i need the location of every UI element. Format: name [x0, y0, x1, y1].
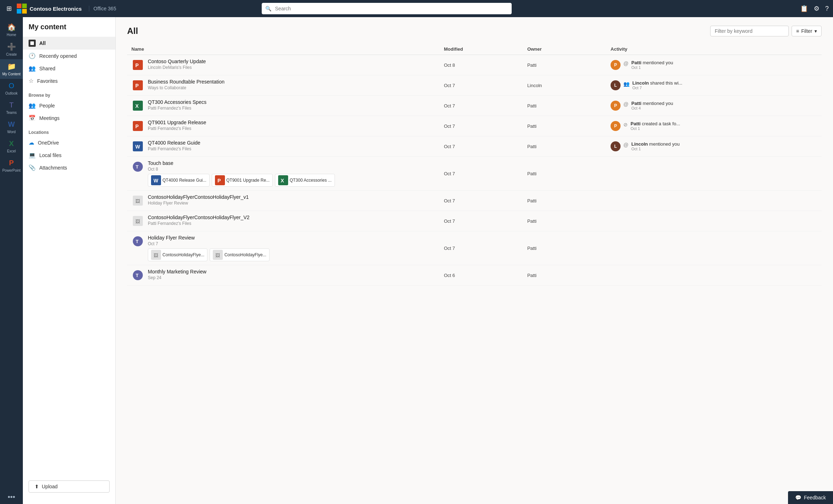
filter-chevron-icon: ▾	[814, 28, 817, 34]
activity-action-icon: ⊘	[623, 122, 628, 127]
table-row[interactable]: X QT300 Accessories Specs Patti Fernande…	[127, 96, 822, 116]
upload-button[interactable]: ⬆ Upload	[29, 480, 110, 493]
activity-date: Oct 1	[631, 65, 673, 70]
activity-description: Patti mentioned you	[631, 60, 673, 65]
svg-text:🖼: 🖼	[135, 219, 140, 224]
content-filters: ≡ Filter ▾	[710, 26, 822, 36]
more-icon[interactable]: •••	[5, 490, 18, 504]
filter-button[interactable]: ≡ Filter ▾	[792, 26, 822, 36]
table-row[interactable]: P Contoso Quarterly Update Lincoln DeMar…	[127, 55, 822, 75]
file-modified-cell: Oct 7	[440, 211, 523, 231]
file-activity-cell: L 👥 Lincoln shared this wi... Oct 7	[606, 75, 822, 96]
svg-text:🖼: 🖼	[215, 253, 220, 258]
excel-icon: X	[9, 140, 14, 148]
sidebar-item-recently-opened[interactable]: 🕐 Recently opened	[23, 50, 115, 62]
svg-text:T: T	[136, 164, 139, 170]
file-name-info: QT300 Accessories Specs Patti Fernandez'…	[148, 99, 206, 111]
content-header: All ≡ Filter ▾	[127, 26, 822, 36]
sidebar-item-people[interactable]: 👥 People	[23, 99, 115, 112]
file-name-info: QT4000 Release Guide Patti Fernandez's F…	[148, 140, 200, 151]
activity-action-icon: @	[623, 61, 628, 66]
rail-item-excel[interactable]: X Excel	[0, 137, 23, 156]
filter-keyword-input[interactable]	[710, 26, 789, 36]
activity-text: Lincoln mentioned you Oct 1	[631, 141, 679, 151]
file-name-cell: X QT300 Accessories Specs Patti Fernande…	[127, 96, 440, 116]
file-icon: P	[131, 79, 144, 92]
file-owner-cell: Lincoln	[523, 75, 606, 96]
sidebar-item-favorites[interactable]: ☆ Favorites	[23, 75, 115, 87]
file-name-info: QT9001 Upgrade Release Patti Fernandez's…	[148, 120, 206, 131]
file-name-info: Touch base Oct 8 W QT4000 Release Gui...…	[148, 160, 335, 187]
sidebar-item-onedrive[interactable]: ☁ OneDrive	[23, 136, 115, 149]
activity-avatar: P	[611, 121, 621, 131]
file-modified-cell: Oct 7	[440, 116, 523, 136]
col-owner: Owner	[523, 44, 606, 55]
file-icon: W	[131, 140, 144, 153]
grid-icon[interactable]: ⊞	[4, 2, 14, 15]
sidebar-item-meetings[interactable]: 📅 Meetings	[23, 112, 115, 124]
file-chip[interactable]: P QT9001 Upgrade Re...	[212, 174, 273, 187]
activity-cell: P ⊘ Patti created a task fo... Oct 1	[611, 121, 817, 131]
search-bar: 🔍	[262, 3, 512, 14]
rail-item-mycontent[interactable]: 📁 My Content	[0, 59, 23, 79]
rail-item-outlook[interactable]: O Outlook	[0, 79, 23, 98]
rail-item-teams[interactable]: T Teams	[0, 98, 23, 117]
table-row[interactable]: P Business Roundtable Presentation Ways …	[127, 75, 822, 96]
file-chip[interactable]: 🖼 ContosoHolidayFlye...	[148, 248, 207, 261]
rail-label-powerpoint: PowerPoint	[2, 168, 20, 172]
rail-item-powerpoint[interactable]: P PowerPoint	[0, 156, 23, 175]
sidebar-item-all[interactable]: All	[23, 37, 115, 50]
file-title: ContosoHolidayFlyerContosoHolidayFlyer_v…	[148, 194, 249, 200]
table-row[interactable]: 🖼 ContosoHolidayFlyerContosoHolidayFlyer…	[127, 211, 822, 231]
file-icon: P	[131, 59, 144, 71]
sidebar-item-local-files[interactable]: 💻 Local files	[23, 149, 115, 161]
filter-lines-icon: ≡	[796, 28, 799, 34]
outlook-icon: O	[9, 82, 14, 90]
rail-item-word[interactable]: W Word	[0, 117, 23, 137]
table-row[interactable]: T Touch base Oct 8 W QT4000 Release Gui.…	[127, 157, 822, 191]
settings-icon[interactable]: ⚙	[814, 5, 819, 12]
table-row[interactable]: W QT4000 Release Guide Patti Fernandez's…	[127, 136, 822, 157]
table-row[interactable]: T Holiday Flyer Review Oct 7 🖼 ContosoHo…	[127, 231, 822, 265]
activity-date: Oct 1	[631, 126, 680, 131]
file-name-info: Business Roundtable Presentation Ways to…	[148, 79, 225, 90]
file-owner-cell: Patti	[523, 191, 606, 211]
table-row[interactable]: 🖼 ContosoHolidayFlyerContosoHolidayFlyer…	[127, 191, 822, 211]
file-chip[interactable]: X QT300 Accessories ...	[275, 174, 335, 187]
file-chip[interactable]: 🖼 ContosoHolidayFlye...	[210, 248, 269, 261]
app-logo[interactable]: Contoso Electronics	[17, 4, 82, 14]
table-row[interactable]: P QT9001 Upgrade Release Patti Fernandez…	[127, 116, 822, 136]
file-modified: Oct 7	[444, 83, 455, 88]
file-owner-cell: Patti	[523, 116, 606, 136]
feedback-button[interactable]: 💬 Feedback	[788, 491, 833, 504]
rail-label-mycontent: My Content	[2, 72, 20, 76]
file-icon: 🖼	[131, 194, 144, 207]
rail-label-word: Word	[7, 130, 16, 134]
sidebar-item-shared[interactable]: 👥 Shared	[23, 62, 115, 75]
file-modified-cell: Oct 7	[440, 96, 523, 116]
file-title: Touch base	[148, 160, 335, 166]
file-owner: Patti	[527, 124, 537, 129]
feedback-icon[interactable]: 📋	[800, 5, 808, 12]
rail-item-create[interactable]: ➕ Create	[0, 40, 23, 59]
file-owner: Patti	[527, 273, 537, 278]
svg-text:T: T	[136, 273, 139, 278]
search-input[interactable]	[262, 3, 512, 14]
file-name-info: ContosoHolidayFlyerContosoHolidayFlyer_v…	[148, 194, 249, 206]
file-name-cell: P Contoso Quarterly Update Lincoln DeMar…	[127, 55, 440, 75]
file-chip[interactable]: W QT4000 Release Gui...	[148, 174, 210, 187]
sidebar-item-attachments[interactable]: 📎 Attachments	[23, 161, 115, 174]
table-row[interactable]: T Monthly Marketing Review Sep 24 Oct 6 …	[127, 265, 822, 286]
help-icon[interactable]: ?	[825, 5, 829, 12]
rail-label-excel: Excel	[7, 149, 16, 153]
file-title: QT9001 Upgrade Release	[148, 120, 206, 125]
logo-icon	[17, 4, 27, 14]
activity-text: Patti mentioned you Oct 1	[631, 60, 673, 70]
svg-rect-0	[17, 4, 21, 8]
file-modified-cell: Oct 8	[440, 55, 523, 75]
file-modified: Oct 7	[444, 103, 455, 109]
activity-avatar: L	[611, 141, 621, 151]
rail-item-home[interactable]: 🏠 Home	[0, 20, 23, 40]
file-name-cell: T Holiday Flyer Review Oct 7 🖼 ContosoHo…	[127, 231, 440, 265]
left-rail: 🏠 Home ➕ Create 📁 My Content O Outlook T…	[0, 17, 23, 504]
